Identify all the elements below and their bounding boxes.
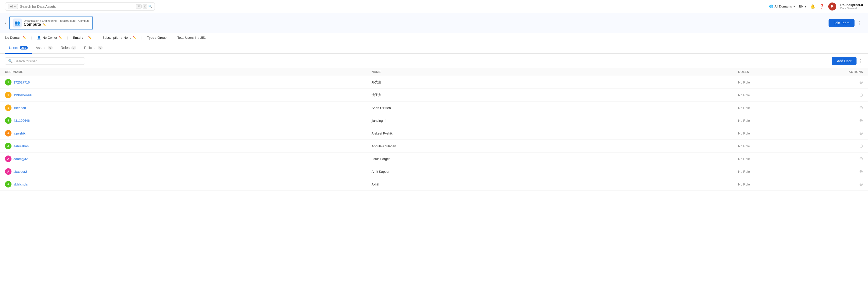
tab-roles-badge: 0 <box>71 46 76 50</box>
total-users-label: Total Users <box>177 36 193 39</box>
breadcrumb-eng[interactable]: Engineering <box>42 19 57 22</box>
table-row: A akapoor2 Amit Kapoor No Role ⊖ <box>0 165 868 178</box>
user-role: Data Steward <box>840 7 863 10</box>
table-row: 1 172027716 郑先生 No Role ⊖ <box>0 76 868 89</box>
edit-owner-icon[interactable]: ✏️ <box>59 36 62 39</box>
meta-subscription: Subscription : None ✏️ <box>102 36 136 39</box>
remove-user-icon[interactable]: ⊖ <box>859 131 863 136</box>
subscription-value: None <box>124 36 131 39</box>
meta-email: Email : -- ✏️ <box>73 36 91 39</box>
username-link[interactable]: 172027716 <box>13 81 30 84</box>
avatar: 1 <box>5 79 11 85</box>
search-type-label: All <box>10 5 13 8</box>
toolbar-right: Add User ⋮ <box>832 57 863 65</box>
role-cell: No Role <box>738 119 813 122</box>
username-cell: 1 172027716 <box>5 79 372 85</box>
username-link[interactable]: 1996shenzili <box>13 93 31 97</box>
username-link[interactable]: 431109646 <box>13 119 30 122</box>
table-row: A adamgj32 Louis Forget No Role ⊖ <box>0 153 868 165</box>
table-row: A aabulaban Abdula Abulaban No Role ⊖ <box>0 140 868 153</box>
remove-user-icon[interactable]: ⊖ <box>859 118 863 123</box>
remove-user-icon[interactable]: ⊖ <box>859 105 863 110</box>
edit-subscription-icon[interactable]: ✏️ <box>133 36 136 39</box>
breadcrumb-sep1: / <box>40 19 41 22</box>
remove-user-icon[interactable]: ⊖ <box>859 156 863 162</box>
tab-assets-label: Assets <box>36 46 46 50</box>
lang-label: EN <box>799 4 804 8</box>
breadcrumb-compute[interactable]: Compute <box>79 19 90 22</box>
role-cell: No Role <box>738 81 813 84</box>
meta-total-users: Total Users ℹ : 251 <box>177 36 206 39</box>
search-type-selector[interactable]: All ▾ <box>8 4 18 9</box>
action-cell: ⊖ <box>813 118 863 123</box>
username-link[interactable]: akhilcngls <box>13 183 28 186</box>
search-user-icon: 🔍 <box>8 59 12 63</box>
remove-user-icon[interactable]: ⊖ <box>859 182 863 187</box>
search-input[interactable] <box>20 4 133 8</box>
collapse-icon[interactable]: ‹ <box>5 21 6 25</box>
name-cell: jianping ni <box>372 119 738 122</box>
globe-icon: 🌐 <box>769 4 773 8</box>
language-selector[interactable]: EN ▾ <box>799 4 806 8</box>
more-options-button[interactable]: ⋮ <box>857 19 863 27</box>
username-link[interactable]: akapoor2 <box>13 170 27 173</box>
tab-assets[interactable]: Assets 0 <box>32 42 57 54</box>
tab-roles[interactable]: Roles 0 <box>57 42 80 54</box>
col-actions-header: ACTIONS <box>813 70 863 74</box>
search-user-input[interactable] <box>14 59 82 63</box>
bell-icon[interactable]: 🔔 <box>810 4 815 9</box>
user-name: Rounakpreet.d <box>840 3 863 7</box>
meta-divider-5: | <box>172 36 172 39</box>
avatar[interactable]: R <box>828 2 836 10</box>
page-header: ‹ 👥 Organization / Engineering / Infrast… <box>0 13 868 33</box>
name-cell: 沈子力 <box>372 93 738 97</box>
remove-user-icon[interactable]: ⊖ <box>859 92 863 98</box>
breadcrumb-infra[interactable]: Infrastructure <box>59 19 76 22</box>
avatar: A <box>5 168 11 175</box>
edit-email-icon[interactable]: ✏️ <box>88 36 92 39</box>
nav-right: 🌐 All Domains ▾ EN ▾ 🔔 ❓ R Rounakpreet.d… <box>769 2 863 10</box>
avatar: A <box>5 130 11 136</box>
domain-selector[interactable]: 🌐 All Domains ▾ <box>769 4 795 8</box>
remove-user-icon[interactable]: ⊖ <box>859 143 863 149</box>
meta-divider-3: | <box>97 36 97 39</box>
meta-divider-2: | <box>67 36 68 39</box>
help-icon[interactable]: ❓ <box>819 4 824 9</box>
username-cell: 4 431109646 <box>5 117 372 124</box>
tab-users[interactable]: Users 251 <box>5 42 32 54</box>
edit-domain-icon[interactable]: ✏️ <box>23 36 26 39</box>
search-user-container[interactable]: 🔍 <box>5 57 85 65</box>
add-user-button[interactable]: Add User <box>832 57 857 65</box>
breadcrumb: Organization / Engineering / Infrastruct… <box>24 19 90 22</box>
search-bar[interactable]: All ▾ ⌘ K 🔍 <box>5 2 155 10</box>
role-cell: No Role <box>738 144 813 148</box>
username-cell: 1 1seanob1 <box>5 105 372 111</box>
toolbar-more-button[interactable]: ⋮ <box>859 58 863 64</box>
remove-user-icon[interactable]: ⊖ <box>859 80 863 85</box>
username-link[interactable]: adamgj32 <box>13 157 28 161</box>
name-cell: Aleksei Pyzhik <box>372 132 738 135</box>
meta-type: Type : Group <box>147 36 166 39</box>
username-cell: A akhilcngls <box>5 181 372 188</box>
username-link[interactable]: 1seanob1 <box>13 106 28 110</box>
tabs-bar: Users 251 Assets 0 Roles 0 Policies 0 <box>0 42 868 54</box>
breadcrumb-org[interactable]: Organization <box>24 19 39 22</box>
team-icon-box: 👥 <box>13 19 22 27</box>
join-team-button[interactable]: Join Team <box>829 19 855 27</box>
type-label: Type : <box>147 36 156 39</box>
edit-title-icon[interactable]: ✏️ <box>42 23 46 26</box>
tab-policies[interactable]: Policies 0 <box>80 42 106 54</box>
role-cell: No Role <box>738 106 813 110</box>
domain-label: All Domains <box>775 4 792 8</box>
username-link[interactable]: a.pyzhik <box>13 132 26 135</box>
shortcut-cmd: ⌘ <box>136 4 142 8</box>
action-cell: ⊖ <box>813 80 863 85</box>
tab-policies-badge: 0 <box>98 46 103 50</box>
chevron-down-icon: ▾ <box>793 4 795 8</box>
action-cell: ⊖ <box>813 143 863 149</box>
username-link[interactable]: aabulaban <box>13 144 29 148</box>
tab-users-badge: 251 <box>20 46 28 50</box>
username-cell: 1 1996shenzili <box>5 92 372 98</box>
remove-user-icon[interactable]: ⊖ <box>859 169 863 174</box>
table-header: USERNAME NAME ROLES ACTIONS <box>0 68 868 76</box>
